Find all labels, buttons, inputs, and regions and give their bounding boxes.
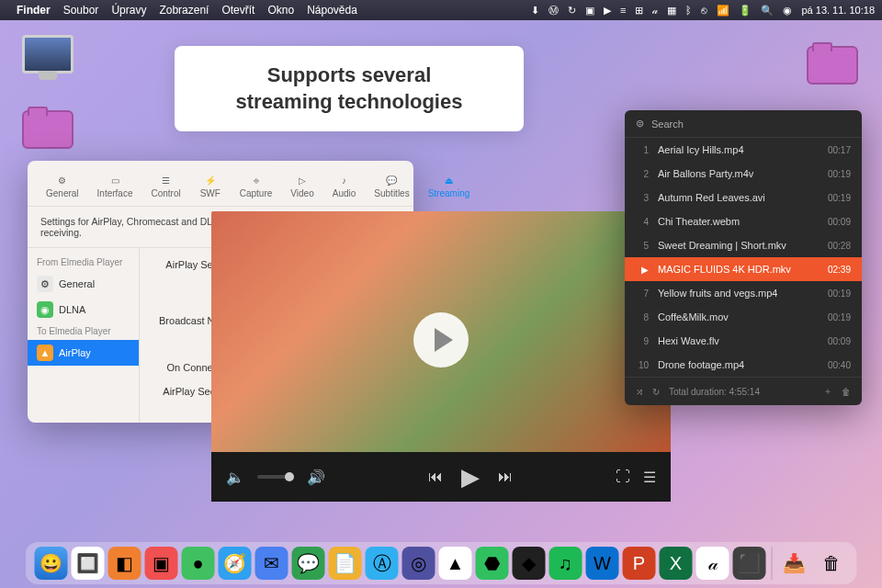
video-icon[interactable]: ▶ bbox=[604, 5, 611, 17]
volume-icon[interactable]: 🔊 bbox=[307, 469, 325, 486]
desktop-folder-2[interactable] bbox=[805, 46, 860, 85]
playlist-row[interactable]: 1Aerial Icy Hills.mp400:17 bbox=[625, 138, 862, 162]
tab-subtitles[interactable]: 💬Subtitles bbox=[367, 168, 416, 202]
tab-general[interactable]: ⚙General bbox=[39, 168, 86, 202]
wallpaper-icon[interactable]: ▦ bbox=[667, 5, 676, 17]
tab-video[interactable]: ▷Video bbox=[283, 168, 321, 202]
dock-excel[interactable]: X bbox=[660, 547, 693, 580]
dock-terminal[interactable]: ⬛ bbox=[733, 547, 766, 580]
mute-icon[interactable]: 🔈 bbox=[226, 469, 244, 486]
dock-appstore[interactable]: Ⓐ bbox=[366, 547, 399, 580]
tab-control[interactable]: ☰Control bbox=[144, 168, 188, 202]
dock-notes[interactable]: 📄 bbox=[329, 547, 362, 580]
tab-streaming[interactable]: ⏏Streaming bbox=[421, 168, 478, 202]
shield-icon[interactable]: Ⓜ bbox=[548, 4, 559, 17]
wifi-icon[interactable]: 📶 bbox=[717, 5, 729, 17]
subtitle-icon: 💬 bbox=[380, 172, 402, 188]
dock-app7[interactable]: ◆ bbox=[513, 547, 546, 580]
script-icon[interactable]: 𝒶 bbox=[652, 5, 658, 17]
siri-icon[interactable]: ◉ bbox=[783, 5, 792, 17]
menu-zobrazeni[interactable]: Zobrazení bbox=[159, 4, 209, 17]
dock-app6[interactable]: ⬣ bbox=[476, 547, 509, 580]
dock-trash[interactable]: 🗑 bbox=[815, 547, 848, 580]
playlist-row[interactable]: 3Autumn Red Leaves.avi00:19 bbox=[625, 186, 862, 209]
sync-icon[interactable]: ↻ bbox=[568, 5, 576, 17]
tab-audio[interactable]: ♪Audio bbox=[325, 168, 364, 202]
menubar: Finder Soubor Úpravy Zobrazení Otevřít O… bbox=[0, 0, 882, 20]
flash-icon: ⚡ bbox=[199, 172, 221, 188]
next-track-icon[interactable]: ⏭ bbox=[498, 463, 513, 492]
playlist-row[interactable]: 10Drone footage.mp400:40 bbox=[625, 353, 862, 377]
playlist-row[interactable]: ▶MAGIC FLUIDS 4K HDR.mkv02:39 bbox=[625, 257, 862, 281]
clock[interactable]: pá 13. 11. 10:18 bbox=[801, 5, 875, 16]
prefs-sidebar: From Elmedia Player ⚙ General ◉ DLNA To … bbox=[28, 248, 140, 423]
tab-swf[interactable]: ⚡SWF bbox=[192, 168, 229, 202]
dock-app2[interactable]: ▣ bbox=[145, 547, 178, 580]
play-overlay-icon[interactable] bbox=[413, 312, 469, 368]
bluetooth-icon[interactable]: ᛒ bbox=[685, 5, 692, 16]
gear-icon: ⚙ bbox=[37, 276, 53, 292]
dock-app1[interactable]: ◧ bbox=[108, 547, 141, 580]
playlist-row-index: 3 bbox=[636, 193, 649, 203]
dock-powerpoint[interactable]: P bbox=[623, 547, 656, 580]
playlist-search-row[interactable]: ⊜ Search bbox=[625, 110, 862, 138]
dock-launchpad[interactable]: 🔲 bbox=[72, 547, 105, 580]
search-icon[interactable]: 🔍 bbox=[761, 5, 774, 17]
grid-icon[interactable]: ⊞ bbox=[635, 5, 643, 17]
dock-finder[interactable]: 😀 bbox=[35, 547, 68, 580]
dock-app5[interactable]: ▲ bbox=[439, 547, 472, 580]
dock-word[interactable]: W bbox=[586, 547, 619, 580]
fullscreen-icon[interactable]: ⛶ bbox=[616, 469, 630, 485]
dock-app4[interactable]: ◎ bbox=[402, 547, 435, 580]
play-icon[interactable]: ▶ bbox=[461, 463, 480, 492]
filter-icon[interactable]: ⊜ bbox=[636, 118, 644, 130]
dock-script[interactable]: 𝒶 bbox=[696, 547, 729, 580]
dock-safari[interactable]: 🧭 bbox=[219, 547, 252, 580]
volume-slider[interactable] bbox=[257, 475, 294, 479]
sidebar-item-airplay[interactable]: ▲ AirPlay bbox=[28, 340, 139, 366]
playlist-row-index: 10 bbox=[636, 360, 649, 370]
dropbox-icon[interactable]: ⬇ bbox=[531, 5, 539, 17]
dock-downloads[interactable]: 📥 bbox=[778, 547, 811, 580]
menu-otevrit[interactable]: Otevřít bbox=[221, 4, 254, 17]
menu-napoveda[interactable]: Nápověda bbox=[307, 4, 357, 17]
playlist-row-duration: 00:19 bbox=[828, 193, 851, 203]
menu-soubor[interactable]: Soubor bbox=[63, 4, 99, 17]
playlist-row[interactable]: 4Chi Theater.webm00:09 bbox=[625, 209, 862, 233]
playlist-row[interactable]: 5Sweet Dreaming | Short.mkv00:28 bbox=[625, 233, 862, 257]
add-icon[interactable]: ＋ bbox=[823, 385, 832, 398]
playlist-row[interactable]: 9Hexi Wave.flv00:09 bbox=[625, 329, 862, 353]
gear-icon: ⚙ bbox=[51, 172, 74, 188]
dock-app3[interactable]: ● bbox=[182, 547, 215, 580]
sidebar-item-general[interactable]: ⚙ General bbox=[28, 271, 139, 297]
shuffle-icon[interactable]: ⤮ bbox=[636, 387, 643, 397]
sidebar-item-dlna[interactable]: ◉ DLNA bbox=[28, 297, 139, 322]
dock-messages[interactable]: 💬 bbox=[292, 547, 325, 580]
playlist-row-index: 5 bbox=[636, 241, 649, 251]
prev-track-icon[interactable]: ⏮ bbox=[428, 463, 443, 492]
playlist-row[interactable]: 8Coffe&Milk.mov00:19 bbox=[625, 305, 862, 329]
trash-icon[interactable]: 🗑 bbox=[842, 387, 851, 397]
playlist-toggle-icon[interactable]: ☰ bbox=[643, 469, 656, 486]
repeat-icon[interactable]: ↻ bbox=[652, 387, 660, 397]
menu-okno[interactable]: Okno bbox=[267, 4, 294, 17]
playlist-row-name: Aerial Icy Hills.mp4 bbox=[658, 144, 819, 155]
video-player: 🔈 🔊 ⏮ ▶ ⏭ ⛶ ☰ bbox=[211, 211, 671, 502]
battery-icon[interactable]: 🔋 bbox=[739, 5, 752, 17]
link-icon[interactable]: ⎋ bbox=[701, 5, 707, 16]
video-frame[interactable] bbox=[211, 211, 671, 469]
desktop-folder-1[interactable] bbox=[20, 110, 75, 149]
menu-upravy[interactable]: Úpravy bbox=[111, 4, 146, 17]
playlist-row[interactable]: 7Yellow fruits and vegs.mp400:19 bbox=[625, 281, 862, 305]
bar-icon[interactable]: ≡ bbox=[620, 5, 626, 16]
playlist-row-name: Air Ballons Party.m4v bbox=[658, 168, 819, 179]
dock-mail[interactable]: ✉ bbox=[255, 547, 288, 580]
desktop-icon-imac[interactable] bbox=[20, 35, 75, 74]
tab-capture[interactable]: ⎆Capture bbox=[232, 168, 280, 202]
knobs-icon: ☰ bbox=[155, 172, 177, 188]
menubar-app[interactable]: Finder bbox=[17, 4, 51, 17]
tab-interface[interactable]: ▭Interface bbox=[90, 168, 141, 202]
camera-icon[interactable]: ▣ bbox=[585, 5, 594, 17]
dock-spotify[interactable]: ♫ bbox=[549, 547, 582, 580]
playlist-row[interactable]: 2Air Ballons Party.m4v00:19 bbox=[625, 162, 862, 186]
